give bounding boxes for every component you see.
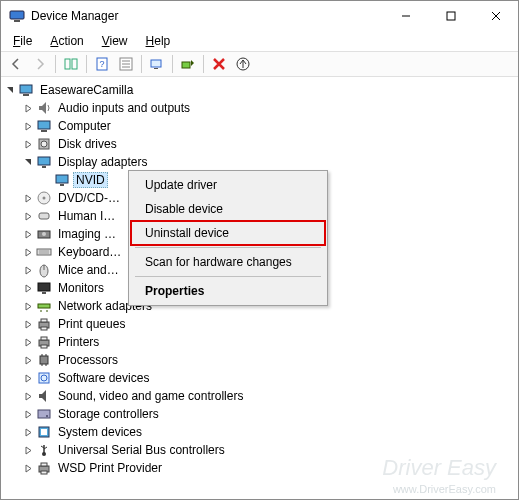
svg-text:?: ? <box>99 59 104 69</box>
tree-node-label: EasewareCamilla <box>37 82 136 98</box>
tree-node-label: Audio inputs and outputs <box>55 100 193 116</box>
context-menu-scan-for-hardware-changes[interactable]: Scan for hardware changes <box>131 250 325 274</box>
help-button[interactable]: ? <box>91 53 113 75</box>
maximize-button[interactable] <box>428 1 473 31</box>
toolbar-separator <box>141 55 142 73</box>
collapse-icon[interactable] <box>21 155 35 169</box>
svg-rect-56 <box>38 410 50 418</box>
mouse-icon <box>36 262 52 278</box>
enable-button[interactable] <box>177 53 199 75</box>
expand-icon[interactable] <box>21 137 35 151</box>
hid-icon <box>36 208 52 224</box>
tree-node[interactable]: EasewareCamilla <box>3 81 516 99</box>
tree-node[interactable]: Audio inputs and outputs <box>3 99 516 117</box>
display-icon <box>54 172 70 188</box>
expand-icon[interactable] <box>21 119 35 133</box>
toolbar-separator <box>86 55 87 73</box>
tree-node-label: Universal Serial Bus controllers <box>55 442 228 458</box>
tree-node[interactable]: Processors <box>3 351 516 369</box>
expand-icon[interactable] <box>21 443 35 457</box>
expand-icon[interactable] <box>21 191 35 205</box>
menu-help[interactable]: Help <box>138 32 179 50</box>
context-menu-update-driver[interactable]: Update driver <box>131 173 325 197</box>
network-icon <box>36 298 52 314</box>
expand-icon[interactable] <box>21 281 35 295</box>
svg-rect-14 <box>151 60 161 67</box>
tree-node[interactable]: Display adapters <box>3 153 516 171</box>
tree-node[interactable]: Print queues <box>3 315 516 333</box>
forward-button[interactable] <box>29 53 51 75</box>
tree-node[interactable]: WSD Print Provider <box>3 459 516 477</box>
menu-view[interactable]: View <box>94 32 136 50</box>
tree-node[interactable]: Software devices <box>3 369 516 387</box>
expand-icon[interactable] <box>21 335 35 349</box>
printer-icon <box>36 316 52 332</box>
svg-rect-39 <box>42 292 46 294</box>
expand-icon[interactable] <box>21 389 35 403</box>
context-menu-disable-device[interactable]: Disable device <box>131 197 325 221</box>
tree-node-label: NVID <box>73 172 108 188</box>
expand-icon[interactable] <box>21 353 35 367</box>
tree-node-label: Keyboard… <box>55 244 124 260</box>
svg-point-32 <box>42 232 46 236</box>
svg-rect-20 <box>38 121 50 129</box>
expand-icon[interactable] <box>21 209 35 223</box>
tree-node[interactable]: System devices <box>3 423 516 441</box>
menu-file[interactable]: File <box>5 32 40 50</box>
context-menu: Update driverDisable deviceUninstall dev… <box>128 170 328 306</box>
tree-node[interactable]: Printers <box>3 333 516 351</box>
svg-rect-21 <box>41 130 47 132</box>
tree-node[interactable]: Sound, video and game controllers <box>3 387 516 405</box>
tree-node-label: DVD/CD-… <box>55 190 123 206</box>
menu-action[interactable]: Action <box>42 32 91 50</box>
svg-rect-30 <box>39 213 49 219</box>
toolbar: ? <box>1 51 518 77</box>
back-button[interactable] <box>5 53 27 75</box>
device-manager-window: Device Manager FileActionViewHelp ? Ease… <box>0 0 519 500</box>
uninstall-button[interactable] <box>208 53 230 75</box>
svg-rect-66 <box>41 471 47 474</box>
tree-node-label: Display adapters <box>55 154 150 170</box>
expand-icon[interactable] <box>21 407 35 421</box>
printer-icon <box>36 334 52 350</box>
tree-node-label: Computer <box>55 118 114 134</box>
window-title: Device Manager <box>31 9 383 23</box>
tree-node-label: Processors <box>55 352 121 368</box>
keyboard-icon <box>36 244 52 260</box>
context-menu-separator <box>135 247 321 248</box>
expand-icon[interactable] <box>21 263 35 277</box>
close-button[interactable] <box>473 1 518 31</box>
tree-node[interactable]: Computer <box>3 117 516 135</box>
tree-node-label: Sound, video and game controllers <box>55 388 246 404</box>
tree-node[interactable]: Universal Serial Bus controllers <box>3 441 516 459</box>
context-menu-uninstall-device[interactable]: Uninstall device <box>131 221 325 245</box>
svg-rect-45 <box>41 327 47 330</box>
svg-rect-16 <box>182 62 190 68</box>
update-driver-button[interactable] <box>232 53 254 75</box>
svg-rect-48 <box>41 345 47 348</box>
expand-icon[interactable] <box>21 227 35 241</box>
tree-node[interactable]: Disk drives <box>3 135 516 153</box>
svg-rect-47 <box>41 337 47 340</box>
svg-rect-18 <box>20 85 32 93</box>
expand-icon[interactable] <box>21 425 35 439</box>
software-icon <box>36 370 52 386</box>
context-menu-properties[interactable]: Properties <box>131 279 325 303</box>
expand-icon[interactable] <box>21 317 35 331</box>
expand-icon[interactable] <box>21 371 35 385</box>
svg-rect-33 <box>37 249 51 255</box>
svg-rect-25 <box>42 166 46 168</box>
expand-icon[interactable] <box>21 461 35 475</box>
minimize-button[interactable] <box>383 1 428 31</box>
expand-icon[interactable] <box>21 245 35 259</box>
collapse-icon[interactable] <box>3 83 17 97</box>
properties-button[interactable] <box>115 53 137 75</box>
tree-node-label: Human I… <box>55 208 118 224</box>
expand-icon[interactable] <box>21 299 35 313</box>
show-hide-console-button[interactable] <box>60 53 82 75</box>
svg-rect-1 <box>14 20 20 22</box>
expand-icon[interactable] <box>21 101 35 115</box>
tree-node[interactable]: Storage controllers <box>3 405 516 423</box>
storage-icon <box>36 406 52 422</box>
scan-button[interactable] <box>146 53 168 75</box>
